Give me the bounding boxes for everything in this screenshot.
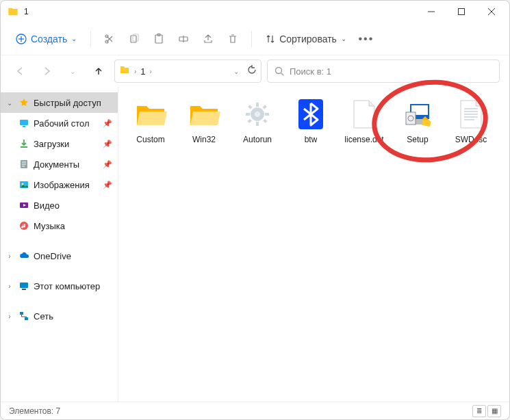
bluetooth-icon	[294, 98, 327, 131]
minimize-button[interactable]	[416, 1, 446, 22]
search-box[interactable]: Поиск в: 1	[267, 60, 500, 83]
more-button[interactable]: •••	[356, 27, 377, 51]
music-icon	[18, 220, 29, 231]
sort-button[interactable]: Сортировать ⌄	[260, 27, 352, 51]
svg-point-15	[276, 68, 282, 74]
svg-rect-30	[25, 317, 28, 320]
file-explorer-window: 1 Создать ⌄ Сортировать ⌄ ••• ⌄	[0, 0, 510, 420]
network-icon	[18, 311, 29, 321]
sidebar-item-videos[interactable]: Видео	[1, 195, 118, 215]
status-bar: Элементов: 7 ≣ ▦	[1, 402, 509, 419]
sidebar-item-this-pc[interactable]: › Этот компьютер	[1, 276, 118, 296]
share-button[interactable]	[198, 27, 218, 51]
download-icon	[18, 138, 29, 149]
paste-button[interactable]	[149, 27, 169, 51]
copy-icon	[129, 34, 140, 44]
share-icon	[203, 34, 214, 44]
sidebar-item-documents[interactable]: Документы 📌	[1, 154, 118, 174]
item-label: Custom	[136, 135, 164, 144]
sidebar-item-label: Загрузки	[34, 139, 69, 149]
rename-button[interactable]	[173, 27, 194, 51]
up-button[interactable]	[88, 61, 109, 81]
svg-point-32	[255, 111, 260, 117]
chevron-right-icon: ›	[150, 68, 152, 75]
folder-item-win32[interactable]: Win32	[177, 95, 231, 150]
item-label: Setup	[407, 135, 428, 144]
svg-point-24	[22, 183, 24, 185]
sidebar-item-quick-access[interactable]: ⌄ Быстрый доступ	[1, 92, 118, 113]
sidebar-item-network[interactable]: › Сеть	[1, 306, 118, 326]
ellipsis-icon: •••	[358, 33, 374, 45]
item-label: btw	[305, 135, 318, 144]
sidebar-item-label: Изображения	[34, 180, 90, 190]
address-bar[interactable]: › 1 › ⌄	[114, 60, 262, 83]
file-item-setup[interactable]: Setup	[391, 95, 444, 150]
new-button[interactable]: Создать ⌄	[10, 27, 82, 51]
sidebar-item-onedrive[interactable]: › OneDrive	[1, 246, 118, 266]
sidebar-item-pictures[interactable]: Изображения 📌	[1, 174, 118, 195]
file-icon	[348, 98, 381, 131]
back-button[interactable]	[10, 61, 31, 81]
svg-rect-39	[262, 105, 266, 109]
window-title: 1	[24, 7, 416, 16]
maximize-button[interactable]	[446, 1, 476, 22]
sidebar-item-desktop[interactable]: Рабочий стол 📌	[1, 113, 118, 133]
arrow-right-icon	[42, 66, 51, 76]
svg-line-16	[281, 73, 283, 75]
pictures-icon	[18, 179, 29, 190]
navigation-pane: ⌄ Быстрый доступ Рабочий стол 📌 Загрузки…	[1, 87, 118, 402]
pin-icon: 📌	[103, 181, 112, 189]
trash-icon	[227, 34, 238, 44]
new-button-label: Создать	[31, 34, 67, 44]
search-placeholder: Поиск в: 1	[290, 66, 331, 77]
file-item-btw[interactable]: btw	[284, 95, 337, 150]
folder-icon	[119, 64, 130, 78]
separator	[251, 31, 252, 47]
sort-icon	[266, 34, 275, 44]
plus-circle-icon	[16, 34, 27, 44]
cut-button[interactable]	[99, 27, 120, 51]
sidebar-item-downloads[interactable]: Загрузки 📌	[1, 133, 118, 154]
arrow-up-icon	[94, 66, 103, 76]
file-item-license[interactable]: license.dat	[337, 95, 391, 150]
file-list[interactable]: Custom Win32 Autorun btw license.dat	[118, 87, 509, 402]
pc-icon	[18, 280, 29, 291]
chevron-right-icon: ›	[5, 313, 14, 320]
delete-button[interactable]	[222, 27, 243, 51]
sidebar-item-music[interactable]: Музыка	[1, 215, 118, 236]
svg-rect-27	[20, 283, 28, 288]
close-button[interactable]	[476, 1, 507, 22]
installer-icon	[401, 98, 434, 131]
item-label: Autorun	[243, 135, 272, 144]
separator	[90, 31, 91, 47]
icons-view-button[interactable]: ▦	[487, 405, 501, 417]
refresh-button[interactable]	[247, 65, 257, 77]
sidebar-item-label: Видео	[34, 200, 60, 211]
text-file-icon	[455, 98, 487, 131]
details-view-button[interactable]: ≣	[472, 405, 486, 417]
folder-item-custom[interactable]: Custom	[124, 95, 177, 150]
sidebar-item-label: OneDrive	[34, 251, 71, 261]
desktop-icon	[18, 118, 29, 129]
forward-button[interactable]	[36, 61, 57, 81]
chevron-right-icon: ›	[5, 252, 14, 260]
copy-button[interactable]	[124, 27, 144, 51]
sort-button-label: Сортировать	[279, 34, 337, 44]
chevron-down-icon: ⌄	[71, 35, 77, 42]
pin-icon: 📌	[103, 160, 112, 169]
chevron-right-icon: ›	[5, 283, 14, 290]
chevron-down-icon[interactable]: ⌄	[233, 68, 239, 75]
folder-icon	[188, 98, 220, 131]
folder-icon	[8, 6, 18, 17]
recent-button[interactable]: ⌄	[62, 61, 83, 81]
sidebar-item-label: Этот компьютер	[34, 281, 100, 291]
svg-rect-47	[422, 120, 431, 127]
file-item-swdesc[interactable]: SWDesc	[444, 95, 498, 150]
arrow-left-icon	[16, 66, 25, 76]
item-label: Win32	[192, 135, 216, 144]
clipboard-icon	[153, 34, 164, 44]
svg-rect-28	[22, 289, 26, 290]
rename-icon	[178, 34, 189, 44]
file-item-autorun[interactable]: Autorun	[231, 95, 284, 150]
breadcrumb-segment[interactable]: 1	[140, 66, 145, 77]
